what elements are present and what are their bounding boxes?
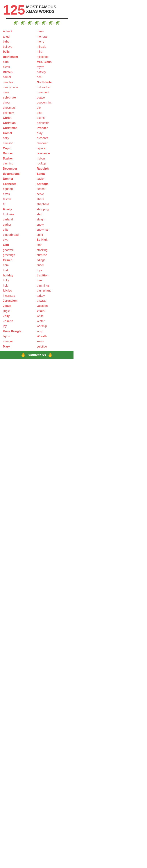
berry-icon: ●● [18,22,21,24]
word-item: Prancer [37,125,71,131]
word-item: Advent [3,29,37,34]
footer-icon-left: 🤚 [21,353,26,358]
word-item: rooftop [37,161,71,166]
word-item: winter [37,319,71,324]
divider [6,18,68,19]
word-item: Christmas [3,125,37,131]
word-item: pray [37,131,71,136]
word-item: nativity [37,70,71,75]
word-item: snowman [37,227,71,232]
word-item: crimson [3,141,37,146]
word-item: reindeer [37,141,71,146]
word-item: babe [3,39,37,44]
word-item: miracle [37,44,71,49]
word-item: joy [3,323,37,329]
word-item: bells [3,49,37,54]
word-item: menorah [37,34,71,39]
header-line1: MOST FAMOUS [26,5,56,9]
word-item: holy [3,283,37,288]
word-item: Christ [3,115,37,120]
word-item: Wreath [37,334,71,339]
word-item: noel [37,74,71,80]
word-item: Bethlehem [3,54,37,60]
word-item: incarnate [3,293,37,298]
word-item: Santa [37,171,71,177]
word-item: St. Nick [37,237,71,242]
word-item: cozy [3,135,37,141]
word-item: nutcracker [37,85,71,90]
word-item: mass [37,29,71,34]
word-item: shopping [37,207,71,212]
word-item: North Pole [37,80,71,85]
word-item: tinsel [37,262,71,268]
word-item: decorations [3,171,37,177]
word-item: wrap [37,329,71,334]
word-item: Christian [3,120,37,126]
word-item: chestnuts [3,105,37,110]
word-item: Comet [3,131,37,136]
word-item: celebrate [3,95,37,100]
word-item: give [3,237,37,242]
header-title-row: 125 MOST FAMOUS XMAS WORDS [3,3,71,17]
berry-icon: ●● [39,22,41,24]
word-item: poinsettia [37,120,71,126]
holly-icon: 🌿 [42,21,46,25]
word-item: share [37,197,71,202]
word-item: chimney [3,110,37,116]
word-item: Jesus [3,303,37,309]
word-item: eggnog [3,186,37,191]
word-item: December [3,166,37,171]
word-item: mirth [37,49,71,54]
word-item: gather [3,222,37,227]
footer: 🤚 Connect Us 🤚 [0,351,73,359]
word-item: season [37,186,71,191]
words-grid: Adventmassangelmenorahbabemerrybelievemi… [0,28,73,351]
footer-icon-right: 🤚 [48,353,53,358]
word-item: carol [3,90,37,95]
word-item: savior [37,176,71,181]
word-item: Icicles [3,288,37,293]
word-item: mistletoe [37,54,71,60]
word-item: believe [3,44,37,49]
word-item: Vixen [37,309,71,314]
word-item: shepherd [37,202,71,207]
word-item: garland [3,217,37,222]
header-text: MOST FAMOUS XMAS WORDS [26,3,56,13]
word-item: gifts [3,227,37,232]
word-item: serve [37,191,71,197]
word-item: triumphant [37,288,71,293]
word-item: Jerusalem [3,298,37,303]
berry-icon: ●● [53,22,55,24]
word-item: cheer [3,100,37,105]
word-item: pine [37,110,71,116]
word-item: peppermint [37,100,71,105]
word-item: star [37,242,71,248]
word-item: jingle [3,309,37,314]
word-item: tradition [37,273,71,278]
word-item: ham [3,262,37,268]
word-item: ribbon [37,156,71,161]
word-item: tree [37,278,71,283]
berry-icon: ●● [46,22,48,24]
holly-icon: 🌿 [35,21,39,25]
page-container: 125 MOST FAMOUS XMAS WORDS 🌿 ●● 🌿 ●● 🌿 ●… [0,0,73,359]
word-item: Cupid [3,146,37,151]
holly-icon: 🌿 [14,21,18,25]
word-item: plums [37,115,71,120]
word-item: snow [37,222,71,227]
word-item: Dancer [3,151,37,156]
word-item: turkey [37,293,71,298]
word-item: Scrooge [37,181,71,187]
word-item: Joseph [3,319,37,324]
word-item: birth [3,60,37,65]
word-item: God [3,242,37,248]
word-item: holiday [3,273,37,278]
word-item: merry [37,39,71,44]
word-item: festive [3,197,37,202]
word-item: candles [3,80,37,85]
berry-icon: ●● [32,22,34,24]
header-line2: XMAS WORDS [26,9,56,13]
word-item: Dasher [3,156,37,161]
word-item: trimmings [37,283,71,288]
word-item: Blitzen [3,70,37,75]
